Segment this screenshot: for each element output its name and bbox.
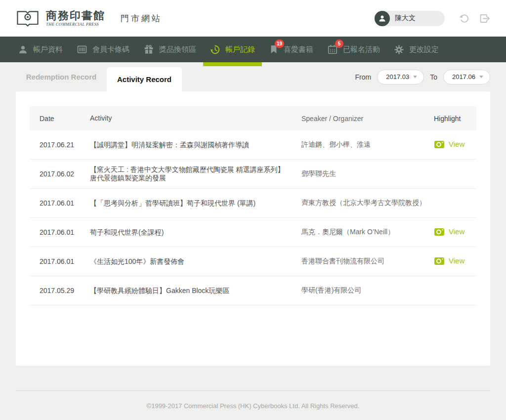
cell-activity: 【誠明講堂】明清疑案解密：孟森與謝國楨著作導讀	[90, 141, 301, 149]
from-date-value: 2017.03	[386, 73, 409, 81]
open-book-logo-icon	[16, 9, 40, 28]
view-highlight-link[interactable]: View	[434, 227, 464, 236]
gear-icon	[394, 44, 404, 55]
to-date-value: 2017.06	[452, 73, 475, 81]
cell-speaker: 鄧學聯先生	[301, 169, 434, 178]
table-row: 2017.06.01 荀子和現代世界(全課程) 馬克．奧尼爾（Mark O’Ne…	[30, 218, 476, 247]
camera-icon	[434, 256, 445, 265]
to-label: To	[430, 73, 437, 81]
cell-activity: 荀子和現代世界(全課程)	[90, 228, 301, 237]
logout-button[interactable]	[479, 13, 490, 24]
tab-redemption-record[interactable]: Redemption Record	[16, 62, 107, 91]
user-name: 陳大文	[395, 14, 416, 23]
nav-item-registered-activities[interactable]: 5 已報名活動	[320, 37, 387, 62]
nav-item-account-info[interactable]: 帳戶資料	[11, 37, 70, 62]
user-avatar-icon	[375, 11, 390, 26]
cell-date: 2017.06.02	[30, 170, 90, 178]
to-date-select[interactable]: 2017.06	[443, 70, 490, 84]
view-label: View	[449, 227, 464, 236]
table-row: 2017.05.29 【學研教具繽紛體驗日】Gakken Block玩樂區 學研…	[30, 276, 476, 305]
nav-label: 帳戶記錄	[225, 45, 255, 54]
notification-badge: 5	[335, 40, 343, 48]
cell-date: 2017.06.01	[30, 257, 90, 265]
column-header-speaker: Speaker / Organizer	[301, 115, 434, 123]
nav-item-settings[interactable]: 更改設定	[387, 37, 446, 62]
brand-name: 商務印書館	[46, 10, 105, 21]
copyright-text: ©1999-2017 Commercial Press (HK) Cyberbo…	[147, 391, 360, 410]
table-row: 2017.06.01 【「思考與分析」哲學研讀班】荀子和現代世界 (單講) 齊東…	[30, 189, 476, 218]
nav-item-prize-redemption[interactable]: 獎品換領區	[136, 37, 203, 62]
cell-date: 2017.06.21	[30, 141, 90, 149]
tab-activity-record[interactable]: Activity Record	[107, 67, 182, 91]
view-highlight-link[interactable]: View	[434, 256, 464, 265]
nav-label: 帳戶資料	[33, 45, 63, 54]
cell-speaker: 齊東方教授（北京大學考古文學院教授）	[301, 199, 434, 208]
person-icon	[18, 44, 28, 55]
camera-icon	[434, 139, 445, 149]
column-header-date: Date	[30, 115, 90, 123]
nav-item-account-records[interactable]: 帳戶記錄	[203, 37, 262, 62]
from-label: From	[355, 73, 372, 81]
notification-badge: 19	[275, 40, 284, 48]
cell-activity: 【窯火天工 : 香港中文大學文物館藏歷代陶瓷展 精選講座系列】 唐代景德鎮製瓷業…	[90, 166, 301, 182]
table-row: 2017.06.02 【窯火天工 : 香港中文大學文物館藏歷代陶瓷展 精選講座系…	[30, 160, 476, 189]
table-header: Date Activity Speaker / Organizer Highli…	[30, 106, 476, 130]
history-icon	[210, 44, 220, 55]
nav-label: 喜愛書籍	[284, 45, 313, 54]
table-row: 2017.06.21 【誠明講堂】明清疑案解密：孟森與謝國楨著作導讀 許迪鏘、鄧…	[30, 130, 476, 160]
tabs-row: Redemption Record Activity Record From 2…	[16, 62, 490, 91]
main-nav: 帳戶資料 會員卡條碼	[0, 37, 506, 62]
nav-label: 更改設定	[409, 45, 439, 54]
page-footer: ©1999-2017 Commercial Press (HK) Cyberbo…	[16, 390, 490, 410]
chevron-down-icon	[413, 76, 417, 78]
brand-logo: 商務印書館 THE COMMERCIAL PRESS 門市網站	[16, 9, 162, 28]
cell-speaker: 許迪鏘、鄧小樺、淮遠	[301, 140, 434, 149]
cell-activity: 【學研教具繽紛體驗日】Gakken Block玩樂區	[90, 287, 301, 295]
undo-icon	[459, 13, 470, 24]
chevron-down-icon	[479, 76, 483, 78]
nav-item-favorite-books[interactable]: 19 喜愛書籍	[262, 37, 320, 62]
cell-activity: 《生活如光100年》新書發佈會	[90, 257, 301, 266]
brand-subtitle: THE COMMERCIAL PRESS	[46, 22, 105, 27]
user-area: 陳大文	[375, 11, 490, 26]
nav-label: 已報名活動	[343, 45, 380, 54]
nav-label: 獎品換領區	[159, 45, 196, 54]
activity-record-card: Date Activity Speaker / Organizer Highli…	[16, 91, 490, 366]
user-chip[interactable]: 陳大文	[375, 11, 445, 26]
calendar-icon: 5	[327, 44, 338, 55]
cell-date: 2017.06.01	[30, 228, 90, 236]
column-header-activity: Activity	[90, 114, 301, 123]
table-row: 2017.06.01 《生活如光100年》新書發佈會 香港聯合書刊物流有限公司 …	[30, 247, 476, 276]
cell-speaker: 馬克．奧尼爾（Mark O’Neill）	[301, 228, 434, 237]
cell-speaker: 學研(香港)有限公司	[301, 286, 434, 295]
nav-label: 會員卡條碼	[92, 45, 129, 54]
cell-date: 2017.05.29	[30, 287, 90, 294]
camera-icon	[434, 227, 445, 236]
cell-date: 2017.06.01	[30, 199, 90, 207]
logout-icon	[479, 13, 490, 24]
date-range-filters: From 2017.03 To 2017.06	[355, 70, 490, 84]
view-label: View	[449, 140, 464, 148]
gift-icon	[143, 44, 154, 55]
view-label: View	[449, 256, 464, 265]
nav-item-member-card-barcode[interactable]: 會員卡條碼	[70, 37, 136, 62]
barcode-icon	[77, 44, 87, 55]
column-header-highlight: Highlight	[434, 115, 476, 123]
site-header: 商務印書館 THE COMMERCIAL PRESS 門市網站 陳大文	[0, 0, 506, 37]
bookmark-icon: 19	[269, 44, 279, 55]
from-date-select[interactable]: 2017.03	[377, 70, 424, 84]
cell-speaker: 香港聯合書刊物流有限公司	[301, 257, 434, 266]
undo-button[interactable]	[459, 13, 470, 24]
cell-activity: 【「思考與分析」哲學研讀班】荀子和現代世界 (單講)	[90, 199, 301, 208]
view-highlight-link[interactable]: View	[434, 139, 464, 149]
site-label: 門市網站	[121, 13, 162, 24]
